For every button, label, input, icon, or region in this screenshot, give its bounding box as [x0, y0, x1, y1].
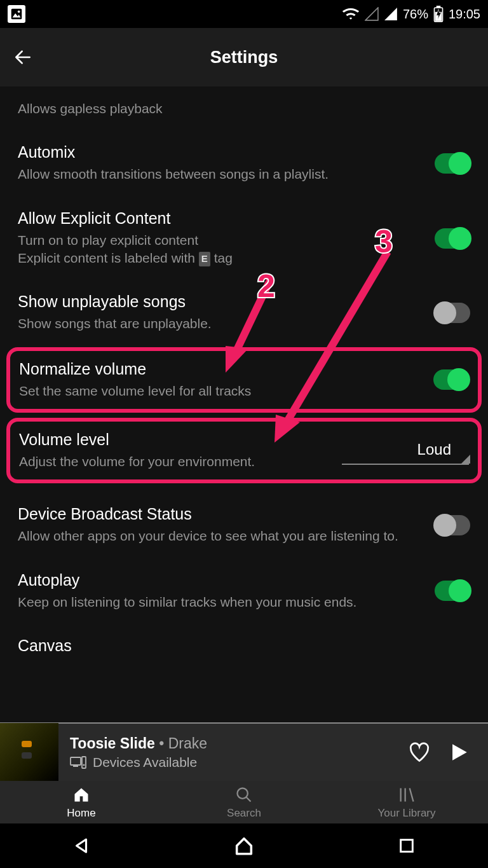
setting-label: Device Broadcast Status: [18, 505, 422, 523]
automix-toggle[interactable]: [435, 153, 470, 174]
svg-point-2: [18, 11, 20, 13]
settings-list[interactable]: Gapless Allows gapless playback Automix …: [0, 86, 488, 722]
setting-label: Autoplay: [18, 571, 422, 589]
library-icon: [398, 786, 416, 804]
svg-line-18: [410, 788, 414, 801]
setting-gapless: Gapless Allows gapless playback: [18, 86, 470, 127]
setting-desc: Keep on listening to similar tracks when…: [18, 593, 422, 611]
setting-broadcast: Device Broadcast Status Allow other apps…: [18, 488, 470, 554]
tab-library[interactable]: Your Library: [325, 781, 488, 823]
tab-home[interactable]: Home: [0, 781, 163, 823]
setting-label: Automix: [18, 143, 422, 162]
setting-desc: Allows gapless playback: [18, 100, 470, 118]
devices-available[interactable]: Devices Available: [70, 755, 394, 770]
setting-label: Canvas: [18, 637, 470, 655]
now-playing-title: Toosie Slide • Drake: [70, 735, 394, 752]
album-art: [0, 723, 58, 782]
tab-search[interactable]: Search: [163, 781, 325, 823]
svg-marker-8: [274, 415, 300, 443]
battery-charging-icon: [433, 6, 444, 22]
signal-icon: [384, 7, 398, 21]
broadcast-toggle[interactable]: [435, 515, 470, 535]
svg-rect-0: [11, 9, 22, 20]
autoplay-toggle[interactable]: [435, 581, 470, 601]
svg-rect-4: [437, 6, 441, 8]
svg-marker-13: [452, 744, 467, 761]
android-nav-bar: [0, 823, 488, 868]
svg-rect-9: [71, 757, 81, 765]
highlight-volume-level: Volume level Adjust the volume for your …: [6, 418, 482, 483]
signal-empty-icon: [365, 7, 379, 21]
status-bar: 76% 19:05: [0, 0, 488, 28]
page-title: Settings: [0, 48, 488, 67]
tab-label: Your Library: [377, 807, 435, 820]
battery-percent: 76%: [403, 7, 428, 22]
now-playing-bar[interactable]: Toosie Slide • Drake Devices Available: [0, 722, 488, 781]
normalize-toggle[interactable]: [433, 369, 469, 390]
explicit-tag-icon: E: [199, 252, 210, 266]
svg-rect-10: [82, 757, 86, 768]
wifi-icon: [342, 7, 360, 21]
android-recent-button[interactable]: [394, 833, 419, 858]
setting-desc: Adjust the volume for your environment.: [19, 453, 329, 471]
volume-level-value: Loud: [411, 437, 469, 464]
svg-line-15: [247, 797, 251, 801]
play-button[interactable]: [445, 738, 473, 766]
dropdown-triangle-icon: [461, 455, 470, 464]
svg-rect-12: [73, 766, 78, 767]
setting-desc: Allow smooth transitions between songs i…: [18, 165, 422, 183]
clock-time: 19:05: [449, 7, 480, 22]
setting-label: Allow Explicit Content: [18, 209, 422, 228]
svg-point-11: [83, 764, 85, 766]
tab-label: Search: [227, 807, 261, 820]
android-home-button[interactable]: [231, 833, 257, 858]
svg-point-14: [238, 788, 248, 798]
devices-icon: [70, 756, 86, 769]
svg-rect-19: [401, 840, 413, 852]
back-button[interactable]: [9, 43, 37, 71]
like-button[interactable]: [405, 738, 433, 766]
bottom-nav: Home Search Your Library: [0, 781, 488, 823]
svg-marker-7: [226, 346, 248, 373]
picture-notification-icon: [8, 5, 25, 23]
setting-canvas: Canvas: [18, 620, 470, 659]
annotation-number-3: 3: [375, 223, 393, 260]
tab-label: Home: [67, 807, 95, 820]
settings-header: Settings: [0, 28, 488, 86]
explicit-toggle[interactable]: [435, 228, 470, 249]
setting-automix: Automix Allow smooth transitions between…: [18, 127, 470, 192]
home-icon: [72, 786, 90, 804]
android-back-button[interactable]: [69, 833, 94, 858]
setting-autoplay: Autoplay Keep on listening to similar tr…: [18, 555, 470, 620]
unplayable-toggle[interactable]: [435, 303, 470, 323]
search-icon: [235, 786, 253, 804]
annotation-arrow-3: [267, 245, 407, 449]
setting-desc: Allow other apps on your device to see w…: [18, 527, 422, 545]
